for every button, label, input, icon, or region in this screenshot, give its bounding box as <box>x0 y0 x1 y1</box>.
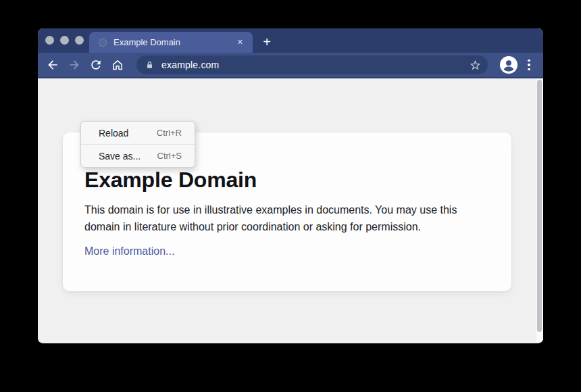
tab-title: Example Domain <box>113 37 236 47</box>
menu-item-shortcut: Ctrl+R <box>157 128 182 138</box>
back-button[interactable] <box>45 57 61 73</box>
screenshot-stage: Example Domain ✕ + <box>0 0 581 392</box>
context-menu-item-reload[interactable]: Reload Ctrl+R <box>81 122 195 144</box>
reload-icon <box>89 58 103 72</box>
address-bar[interactable]: example.com <box>136 55 488 74</box>
navigation-toolbar: example.com <box>38 53 543 78</box>
bookmark-button[interactable] <box>468 57 482 72</box>
new-tab-icon: + <box>263 34 271 50</box>
scrollbar-thumb[interactable] <box>537 80 542 332</box>
forward-button[interactable] <box>66 57 82 73</box>
overflow-menu-icon <box>528 59 530 70</box>
browser-window: Example Domain ✕ + <box>38 28 543 343</box>
home-icon <box>111 58 124 72</box>
close-tab-icon[interactable]: ✕ <box>236 37 245 47</box>
menu-item-shortcut: Ctrl+S <box>157 151 182 161</box>
close-window-button[interactable] <box>45 36 54 45</box>
scrollbar[interactable] <box>536 78 543 342</box>
home-button[interactable] <box>109 57 126 73</box>
maximize-window-button[interactable] <box>75 36 84 45</box>
profile-icon <box>500 56 517 74</box>
context-menu-item-save-as[interactable]: Save as... Ctrl+S <box>81 145 195 167</box>
browser-tab[interactable]: Example Domain ✕ <box>89 32 253 53</box>
forward-icon <box>68 58 81 72</box>
minimize-window-button[interactable] <box>60 36 69 45</box>
star-icon <box>469 59 482 72</box>
page-paragraph: This domain is for use in illustrative e… <box>63 202 485 235</box>
menu-item-label: Save as... <box>99 151 141 162</box>
browser-menu-button[interactable] <box>523 57 535 73</box>
profile-button[interactable] <box>500 56 517 74</box>
tab-favicon-globe-icon <box>99 39 107 47</box>
tab-strip: Example Domain ✕ + <box>38 28 543 53</box>
lock-icon <box>145 60 154 70</box>
menu-item-label: Reload <box>99 128 128 139</box>
window-controls <box>45 36 84 45</box>
new-tab-button[interactable]: + <box>257 32 276 53</box>
reload-button[interactable] <box>88 57 104 73</box>
back-icon <box>46 58 59 72</box>
page-viewport: Example Domain This domain is for use in… <box>38 78 543 342</box>
context-menu: Reload Ctrl+R Save as... Ctrl+S <box>80 121 195 168</box>
url-text[interactable]: example.com <box>161 59 468 70</box>
more-information-link[interactable]: More information... <box>84 245 174 258</box>
